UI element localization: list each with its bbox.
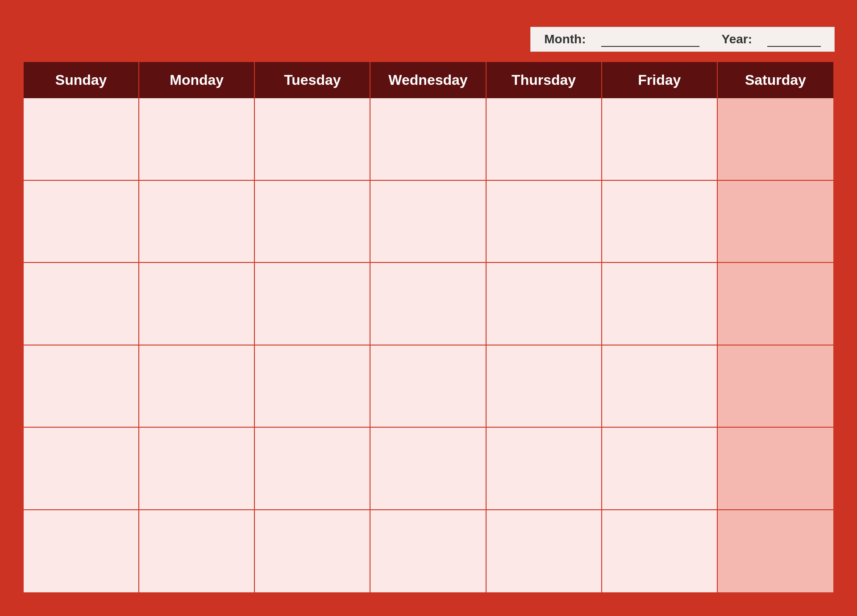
table-row <box>370 510 486 593</box>
day-header-thursday: Thursday <box>487 62 602 98</box>
table-row <box>255 98 370 181</box>
table-row <box>718 263 833 345</box>
table-row <box>487 181 602 263</box>
table-row <box>139 428 255 510</box>
table-row <box>718 345 833 428</box>
table-row <box>24 263 139 345</box>
year-label: Year: <box>722 32 753 46</box>
table-row <box>255 263 370 345</box>
table-row <box>139 181 255 263</box>
table-row <box>139 98 255 181</box>
month-label: Month: <box>544 32 586 46</box>
table-row <box>487 345 602 428</box>
table-row <box>602 181 718 263</box>
table-row <box>718 510 833 593</box>
table-row <box>255 345 370 428</box>
table-row <box>718 428 833 510</box>
header-row: Month: Year: <box>22 22 835 61</box>
calendar-header: Sunday Monday Tuesday Wednesday Thursday… <box>24 62 833 98</box>
table-row <box>602 428 718 510</box>
table-row <box>602 263 718 345</box>
table-row <box>24 510 139 593</box>
table-row <box>370 428 486 510</box>
calendar: Sunday Monday Tuesday Wednesday Thursday… <box>22 61 835 594</box>
table-row <box>24 345 139 428</box>
table-row <box>139 263 255 345</box>
table-row <box>370 263 486 345</box>
table-row <box>602 510 718 593</box>
table-row <box>255 510 370 593</box>
table-row <box>602 345 718 428</box>
year-underline-field <box>767 32 821 47</box>
table-row <box>487 98 602 181</box>
table-row <box>487 510 602 593</box>
table-row <box>370 345 486 428</box>
month-year-container: Month: Year: <box>530 27 835 52</box>
day-header-wednesday: Wednesday <box>370 62 486 98</box>
table-row <box>487 263 602 345</box>
table-row <box>602 98 718 181</box>
table-row <box>370 181 486 263</box>
day-header-sunday: Sunday <box>24 62 139 98</box>
calendar-body <box>24 98 833 592</box>
day-header-saturday: Saturday <box>718 62 833 98</box>
table-row <box>24 428 139 510</box>
table-row <box>718 181 833 263</box>
table-row <box>487 428 602 510</box>
table-row <box>24 181 139 263</box>
day-header-tuesday: Tuesday <box>255 62 370 98</box>
day-header-friday: Friday <box>602 62 718 98</box>
table-row <box>370 98 486 181</box>
table-row <box>139 345 255 428</box>
day-header-monday: Monday <box>139 62 255 98</box>
table-row <box>255 181 370 263</box>
month-underline-field <box>601 32 699 47</box>
table-row <box>139 510 255 593</box>
table-row <box>255 428 370 510</box>
table-row <box>24 98 139 181</box>
table-row <box>718 98 833 181</box>
page-wrapper: Month: Year: Sunday Monday Tuesday Wedne… <box>22 22 835 594</box>
